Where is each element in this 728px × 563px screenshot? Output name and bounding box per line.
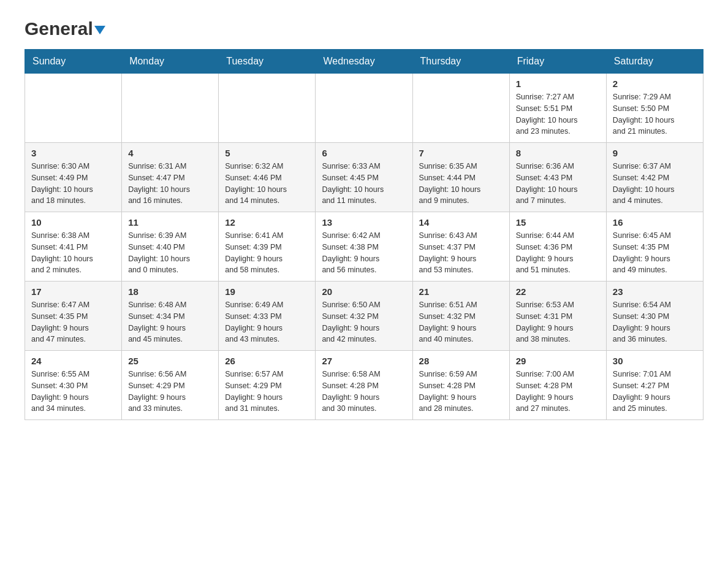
calendar-cell: 25Sunrise: 6:56 AM Sunset: 4:29 PM Dayli… (122, 351, 219, 420)
calendar-header-row: SundayMondayTuesdayWednesdayThursdayFrid… (25, 50, 703, 74)
day-of-week-header: Sunday (25, 50, 122, 74)
day-number: 12 (225, 217, 309, 228)
day-info-text: Sunrise: 6:36 AM Sunset: 4:43 PM Dayligh… (516, 161, 600, 207)
day-info-text: Sunrise: 6:41 AM Sunset: 4:39 PM Dayligh… (225, 230, 309, 276)
day-of-week-header: Saturday (606, 50, 703, 74)
day-number: 15 (516, 217, 600, 228)
day-info-text: Sunrise: 6:53 AM Sunset: 4:31 PM Dayligh… (516, 299, 600, 345)
day-of-week-header: Friday (509, 50, 606, 74)
day-info-text: Sunrise: 6:54 AM Sunset: 4:30 PM Dayligh… (613, 299, 697, 345)
calendar-cell: 7Sunrise: 6:35 AM Sunset: 4:44 PM Daylig… (412, 143, 509, 212)
calendar-cell (122, 74, 219, 143)
calendar-cell: 13Sunrise: 6:42 AM Sunset: 4:38 PM Dayli… (316, 212, 412, 282)
calendar-cell: 15Sunrise: 6:44 AM Sunset: 4:36 PM Dayli… (509, 212, 606, 282)
day-info-text: Sunrise: 7:00 AM Sunset: 4:28 PM Dayligh… (516, 369, 600, 415)
calendar-cell: 6Sunrise: 6:33 AM Sunset: 4:45 PM Daylig… (316, 143, 412, 212)
calendar-week-row: 24Sunrise: 6:55 AM Sunset: 4:30 PM Dayli… (25, 351, 703, 420)
calendar-cell: 17Sunrise: 6:47 AM Sunset: 4:35 PM Dayli… (25, 282, 122, 351)
logo-general-text: General (25, 18, 93, 39)
day-info-text: Sunrise: 6:58 AM Sunset: 4:28 PM Dayligh… (322, 369, 406, 415)
day-number: 13 (322, 217, 406, 228)
calendar-cell: 9Sunrise: 6:37 AM Sunset: 4:42 PM Daylig… (606, 143, 703, 212)
calendar-cell: 27Sunrise: 6:58 AM Sunset: 4:28 PM Dayli… (316, 351, 412, 420)
day-number: 2 (613, 79, 697, 89)
day-info-text: Sunrise: 6:42 AM Sunset: 4:38 PM Dayligh… (322, 230, 406, 276)
day-number: 9 (613, 148, 697, 158)
calendar-cell: 2Sunrise: 7:29 AM Sunset: 5:50 PM Daylig… (606, 74, 703, 143)
day-info-text: Sunrise: 6:39 AM Sunset: 4:40 PM Dayligh… (128, 230, 212, 276)
calendar-cell: 12Sunrise: 6:41 AM Sunset: 4:39 PM Dayli… (219, 212, 316, 282)
day-info-text: Sunrise: 6:32 AM Sunset: 4:46 PM Dayligh… (225, 161, 309, 207)
logo-triangle-icon (94, 26, 105, 34)
day-number: 6 (322, 148, 406, 158)
day-number: 26 (225, 356, 309, 366)
day-info-text: Sunrise: 6:56 AM Sunset: 4:29 PM Dayligh… (128, 369, 212, 415)
page-header: General (25, 18, 703, 37)
day-info-text: Sunrise: 6:31 AM Sunset: 4:47 PM Dayligh… (128, 161, 212, 207)
calendar-week-row: 10Sunrise: 6:38 AM Sunset: 4:41 PM Dayli… (25, 212, 703, 282)
calendar-cell: 16Sunrise: 6:45 AM Sunset: 4:35 PM Dayli… (606, 212, 703, 282)
day-of-week-header: Tuesday (219, 50, 316, 74)
day-number: 1 (516, 79, 600, 89)
day-number: 10 (31, 217, 115, 228)
day-number: 18 (128, 286, 212, 297)
day-number: 22 (516, 286, 600, 297)
calendar-cell: 10Sunrise: 6:38 AM Sunset: 4:41 PM Dayli… (25, 212, 122, 282)
day-number: 27 (322, 356, 406, 366)
day-number: 25 (128, 356, 212, 366)
calendar-cell (316, 74, 412, 143)
calendar-cell: 23Sunrise: 6:54 AM Sunset: 4:30 PM Dayli… (606, 282, 703, 351)
day-info-text: Sunrise: 6:43 AM Sunset: 4:37 PM Dayligh… (419, 230, 503, 276)
calendar-cell: 14Sunrise: 6:43 AM Sunset: 4:37 PM Dayli… (412, 212, 509, 282)
day-number: 19 (225, 286, 309, 297)
day-info-text: Sunrise: 6:49 AM Sunset: 4:33 PM Dayligh… (225, 299, 309, 345)
calendar-cell: 24Sunrise: 6:55 AM Sunset: 4:30 PM Dayli… (25, 351, 122, 420)
day-info-text: Sunrise: 6:44 AM Sunset: 4:36 PM Dayligh… (516, 230, 600, 276)
calendar-cell: 4Sunrise: 6:31 AM Sunset: 4:47 PM Daylig… (122, 143, 219, 212)
logo: General (25, 18, 105, 37)
calendar-cell: 29Sunrise: 7:00 AM Sunset: 4:28 PM Dayli… (509, 351, 606, 420)
day-number: 17 (31, 286, 115, 297)
calendar-cell (412, 74, 509, 143)
day-number: 3 (31, 148, 115, 158)
day-number: 8 (516, 148, 600, 158)
calendar-cell: 28Sunrise: 6:59 AM Sunset: 4:28 PM Dayli… (412, 351, 509, 420)
day-info-text: Sunrise: 7:27 AM Sunset: 5:51 PM Dayligh… (516, 91, 600, 137)
calendar-cell: 8Sunrise: 6:36 AM Sunset: 4:43 PM Daylig… (509, 143, 606, 212)
day-info-text: Sunrise: 6:47 AM Sunset: 4:35 PM Dayligh… (31, 299, 115, 345)
calendar-cell: 30Sunrise: 7:01 AM Sunset: 4:27 PM Dayli… (606, 351, 703, 420)
day-info-text: Sunrise: 6:51 AM Sunset: 4:32 PM Dayligh… (419, 299, 503, 345)
calendar-cell: 20Sunrise: 6:50 AM Sunset: 4:32 PM Dayli… (316, 282, 412, 351)
day-number: 23 (613, 286, 697, 297)
day-of-week-header: Thursday (412, 50, 509, 74)
day-number: 29 (516, 356, 600, 366)
day-info-text: Sunrise: 6:50 AM Sunset: 4:32 PM Dayligh… (322, 299, 406, 345)
calendar-week-row: 17Sunrise: 6:47 AM Sunset: 4:35 PM Dayli… (25, 282, 703, 351)
day-number: 28 (419, 356, 503, 366)
calendar-cell: 3Sunrise: 6:30 AM Sunset: 4:49 PM Daylig… (25, 143, 122, 212)
day-info-text: Sunrise: 6:35 AM Sunset: 4:44 PM Dayligh… (419, 161, 503, 207)
day-info-text: Sunrise: 6:48 AM Sunset: 4:34 PM Dayligh… (128, 299, 212, 345)
calendar-cell (25, 74, 122, 143)
calendar-cell: 1Sunrise: 7:27 AM Sunset: 5:51 PM Daylig… (509, 74, 606, 143)
day-of-week-header: Wednesday (316, 50, 412, 74)
day-info-text: Sunrise: 6:33 AM Sunset: 4:45 PM Dayligh… (322, 161, 406, 207)
calendar-table: SundayMondayTuesdayWednesdayThursdayFrid… (25, 49, 703, 420)
day-number: 30 (613, 356, 697, 366)
day-number: 11 (128, 217, 212, 228)
day-number: 7 (419, 148, 503, 158)
calendar-week-row: 1Sunrise: 7:27 AM Sunset: 5:51 PM Daylig… (25, 74, 703, 143)
day-number: 16 (613, 217, 697, 228)
day-info-text: Sunrise: 6:45 AM Sunset: 4:35 PM Dayligh… (613, 230, 697, 276)
calendar-cell: 11Sunrise: 6:39 AM Sunset: 4:40 PM Dayli… (122, 212, 219, 282)
calendar-cell (219, 74, 316, 143)
calendar-week-row: 3Sunrise: 6:30 AM Sunset: 4:49 PM Daylig… (25, 143, 703, 212)
day-info-text: Sunrise: 6:55 AM Sunset: 4:30 PM Dayligh… (31, 369, 115, 415)
day-info-text: Sunrise: 7:29 AM Sunset: 5:50 PM Dayligh… (613, 91, 697, 137)
day-info-text: Sunrise: 6:57 AM Sunset: 4:29 PM Dayligh… (225, 369, 309, 415)
day-number: 5 (225, 148, 309, 158)
day-of-week-header: Monday (122, 50, 219, 74)
day-info-text: Sunrise: 6:59 AM Sunset: 4:28 PM Dayligh… (419, 369, 503, 415)
day-number: 4 (128, 148, 212, 158)
day-info-text: Sunrise: 6:38 AM Sunset: 4:41 PM Dayligh… (31, 230, 115, 276)
